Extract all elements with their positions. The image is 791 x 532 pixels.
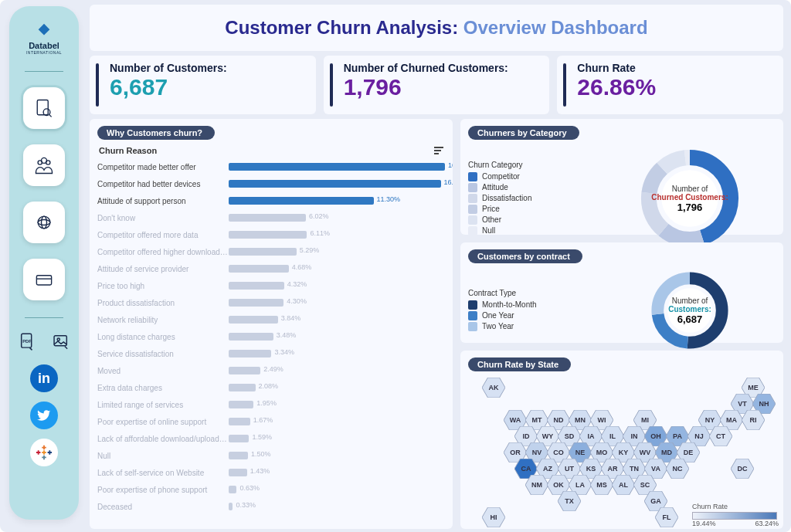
- tableau-link[interactable]: [30, 439, 58, 466]
- bar-row[interactable]: Competitor had better devices 16.54%: [97, 175, 445, 192]
- nav-global[interactable]: [23, 202, 65, 243]
- legend-item[interactable]: One Year: [468, 311, 599, 320]
- twitter-link[interactable]: [30, 402, 58, 429]
- divider: [25, 71, 63, 72]
- bar-row[interactable]: Poor expertise of phone support 0.63%: [97, 481, 445, 498]
- hex-map[interactable]: AKMEVTNHWAMTNDMNWIMINYMARIIDWYSDIAILINOH…: [468, 376, 776, 523]
- card-churn-reasons: Why Customers churn? Churn Reason Compet…: [90, 119, 453, 529]
- hex-state[interactable]: AL: [612, 475, 635, 495]
- legend-item[interactable]: Two Year: [468, 322, 599, 331]
- bar-row[interactable]: Price too high 4.32%: [97, 277, 445, 294]
- brand-logo: Databel INTERNATIONAL: [22, 17, 66, 60]
- nav-customers[interactable]: [23, 144, 65, 186]
- donut-contract[interactable]: Number of Customers: 6,687: [647, 268, 732, 353]
- bar-row[interactable]: Competitor made better offer 16.87%: [97, 158, 445, 175]
- map-legend: Churn Rate 19.44%63.24%: [692, 503, 779, 527]
- nav-overview[interactable]: [23, 87, 65, 129]
- linkedin-link[interactable]: in: [30, 364, 58, 392]
- bar-row[interactable]: Moved 2.49%: [97, 362, 445, 379]
- bar-label: Attitude of service provider: [97, 265, 229, 273]
- bar-label: Product dissatisfaction: [97, 299, 229, 307]
- bar-label: Moved: [97, 367, 229, 375]
- nav-billing[interactable]: [23, 259, 65, 300]
- globe-icon: [33, 212, 55, 233]
- hex-state[interactable]: RI: [742, 410, 765, 430]
- svg-point-9: [42, 216, 47, 229]
- legend-item[interactable]: Null: [468, 226, 599, 236]
- divider: [25, 317, 63, 318]
- bar-label: Poor expertise of phone support: [97, 486, 229, 494]
- pdf-icon: PDF: [17, 331, 37, 351]
- hex-state[interactable]: NM: [525, 475, 548, 495]
- bar-row[interactable]: Lack of affordable download/upload speed…: [97, 430, 445, 447]
- svg-point-7: [38, 216, 50, 229]
- bar-label: Extra data charges: [97, 384, 229, 392]
- bar-row[interactable]: Null 1.50%: [97, 447, 445, 464]
- svg-point-6: [46, 161, 50, 164]
- hex-state[interactable]: MS: [590, 475, 613, 495]
- column-header: Churn Reason: [99, 146, 157, 155]
- hex-state[interactable]: AK: [482, 378, 505, 398]
- export-image[interactable]: [47, 327, 75, 355]
- bar-row[interactable]: Lack of self-service on Website 1.43%: [97, 464, 445, 481]
- svg-text:PDF: PDF: [22, 339, 32, 344]
- bar-label: Competitor had better devices: [97, 180, 229, 188]
- legend-contract: Contract Type Month-to-MonthOne YearTwo …: [468, 289, 599, 333]
- bar-label: Null: [97, 452, 229, 460]
- legend-item[interactable]: Attitude: [468, 183, 599, 192]
- sidebar: Databel INTERNATIONAL PDF in: [9, 6, 79, 520]
- bar-row[interactable]: Long distance charges 3.48%: [97, 328, 445, 345]
- legend-item[interactable]: Dissatisfaction: [468, 194, 599, 203]
- bar-row[interactable]: Product dissatisfaction 4.30%: [97, 294, 445, 311]
- svg-marker-0: [39, 24, 50, 36]
- export-pdf[interactable]: PDF: [13, 327, 41, 355]
- legend-item[interactable]: Competitor: [468, 172, 599, 181]
- donut-category[interactable]: Number of Churned Customers: 1,796: [636, 144, 744, 252]
- bar-row[interactable]: Competitor offered higher download speed…: [97, 243, 445, 260]
- page-title: Customer Churn Analysis: Overview Dashbo…: [225, 17, 647, 39]
- card-customers-by-contract: Customers by contract Contract Type Mont…: [460, 242, 783, 343]
- hex-state[interactable]: FL: [655, 507, 678, 527]
- bar-row[interactable]: Competitor offered more data 6.11%: [97, 226, 445, 243]
- bar-label: Service dissatisfaction: [97, 350, 229, 358]
- bar-row[interactable]: Extra data charges 2.08%: [97, 379, 445, 396]
- brand-sub: INTERNATIONAL: [26, 50, 62, 55]
- sort-icon[interactable]: [434, 147, 443, 154]
- legend-item[interactable]: Other: [468, 215, 599, 225]
- bar-label: Deceased: [97, 503, 229, 511]
- bar-row[interactable]: Attitude of support person 11.30%: [97, 192, 445, 209]
- hex-state[interactable]: NC: [666, 459, 689, 479]
- svg-line-3: [49, 114, 52, 117]
- hex-state[interactable]: TX: [558, 491, 581, 511]
- bar-list: Competitor made better offer 16.87%Compe…: [97, 158, 445, 515]
- bar-label: Attitude of support person: [97, 197, 229, 205]
- hex-state[interactable]: HI: [482, 507, 505, 527]
- hex-state[interactable]: CT: [709, 426, 732, 446]
- bar-label: Long distance charges: [97, 333, 229, 341]
- report-icon: [33, 97, 55, 119]
- bar-label: Competitor made better offer: [97, 163, 229, 171]
- bar-label: Competitor offered higher download speed…: [97, 248, 229, 256]
- bar-row[interactable]: Poor expertise of online support 1.67%: [97, 413, 445, 430]
- bar-row[interactable]: Don't know 6.02%: [97, 209, 445, 226]
- bar-row[interactable]: Deceased 0.33%: [97, 498, 445, 515]
- bar-row[interactable]: Attitude of service provider 4.68%: [97, 260, 445, 277]
- legend-item[interactable]: Month-to-Month: [468, 300, 599, 310]
- bar-label: Competitor offered more data: [97, 231, 229, 239]
- card-title: Churn Rate by State: [468, 357, 571, 371]
- card-title: Customers by contract: [468, 249, 582, 263]
- svg-point-15: [57, 338, 59, 341]
- legend-category: Churn Category CompetitorAttitudeDissati…: [468, 161, 599, 237]
- svg-rect-1: [37, 100, 48, 115]
- users-icon: [33, 154, 55, 176]
- image-icon: [51, 331, 71, 351]
- legend-item[interactable]: Price: [468, 205, 599, 214]
- tableau-icon: [36, 444, 53, 461]
- bar-row[interactable]: Service dissatisfaction 3.34%: [97, 345, 445, 362]
- bar-row[interactable]: Network reliability 3.84%: [97, 311, 445, 328]
- bar-row[interactable]: Limited range of services 1.95%: [97, 396, 445, 413]
- page-header: Customer Churn Analysis: Overview Dashbo…: [90, 5, 783, 51]
- twitter-icon: [37, 408, 51, 422]
- card-title: Churners by Category: [468, 126, 579, 140]
- hex-state[interactable]: DC: [731, 459, 754, 479]
